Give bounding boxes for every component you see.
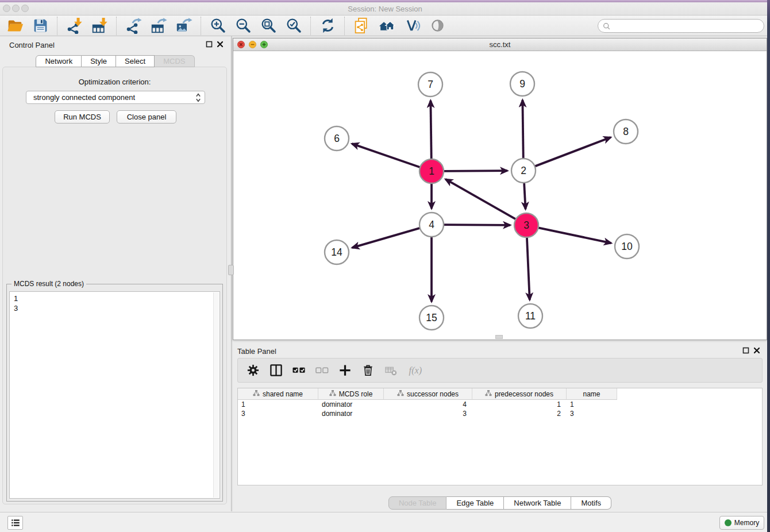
criterion-select[interactable]: strongly connected component xyxy=(26,91,205,104)
export-table-button[interactable] xyxy=(147,16,170,36)
cell-mcds-role[interactable]: dominator xyxy=(318,400,384,409)
column-header-mcds-role[interactable]: MCDS role xyxy=(318,388,384,400)
hierarchy-icon xyxy=(485,390,492,396)
graph-edge-4-3[interactable] xyxy=(443,225,510,225)
export-image-button[interactable] xyxy=(172,16,195,36)
vizmapper-button[interactable] xyxy=(401,16,424,36)
tab-network[interactable]: Network xyxy=(36,55,82,67)
tab-network-table[interactable]: Network Table xyxy=(504,496,571,510)
column-header-successor-nodes[interactable]: successor nodes xyxy=(384,388,472,400)
column-header-shared-name[interactable]: shared name xyxy=(238,388,318,400)
control-panel: Control Panel NetworkStyleSelectMCDS Opt… xyxy=(0,36,230,511)
table-panel-header: Table Panel xyxy=(233,342,767,356)
delete-button[interactable] xyxy=(361,364,375,377)
window-zoom-button[interactable] xyxy=(21,5,29,12)
column-header-predecessor-nodes[interactable]: predecessor nodes xyxy=(472,388,567,400)
graph-edge-3-10[interactable] xyxy=(538,228,611,243)
cell-name[interactable]: 1 xyxy=(567,400,617,409)
zoom-fit-button[interactable] xyxy=(257,16,280,36)
close-panel-button[interactable]: Close panel xyxy=(117,110,176,124)
zoom-selected-button[interactable] xyxy=(282,16,305,36)
cell-successor-nodes[interactable]: 3 xyxy=(384,409,472,418)
show-hide-graphics-button[interactable] xyxy=(426,16,449,36)
save-button[interactable] xyxy=(29,16,52,36)
show-hide-graphics-icon xyxy=(429,17,446,34)
tab-style[interactable]: Style xyxy=(82,55,116,67)
cell-successor-nodes[interactable]: 4 xyxy=(384,400,472,409)
tab-node-table[interactable]: Node Table xyxy=(388,496,447,510)
graph-edge-3-1[interactable] xyxy=(445,179,516,219)
cell-shared-name[interactable]: 1 xyxy=(238,400,318,409)
hierarchy-icon-holder xyxy=(329,390,336,398)
cell-predecessor-nodes[interactable]: 2 xyxy=(472,409,567,418)
clone-network-button[interactable] xyxy=(350,16,373,36)
graph-edge-2-8[interactable] xyxy=(534,137,611,167)
tab-mcds[interactable]: MCDS xyxy=(155,55,194,67)
graph-edge-4-14[interactable] xyxy=(352,228,421,248)
float-table-panel-icon[interactable] xyxy=(742,347,749,354)
control-panel-header: Control Panel xyxy=(0,36,230,53)
task-history-button[interactable] xyxy=(7,516,23,530)
cell-name[interactable]: 3 xyxy=(567,409,617,418)
window-minimize-button[interactable] xyxy=(12,5,20,12)
toolbar-separator xyxy=(344,17,345,35)
export-network-button[interactable] xyxy=(122,16,145,36)
open-button[interactable] xyxy=(3,16,26,36)
window-titlebar[interactable]: Session: New Session xyxy=(0,0,770,16)
cell-shared-name[interactable]: 3 xyxy=(238,409,318,418)
window-close-button[interactable] xyxy=(3,5,10,12)
run-mcds-button[interactable]: Run MCDS xyxy=(55,110,110,124)
refresh-icon xyxy=(319,17,336,34)
add-button[interactable] xyxy=(338,364,352,377)
unselect-all-icon xyxy=(315,364,329,377)
graph-edge-2-9[interactable] xyxy=(522,100,523,159)
hierarchy-icon xyxy=(329,390,336,396)
tab-edge-table[interactable]: Edge Table xyxy=(446,496,504,510)
column-header-label: predecessor nodes xyxy=(495,390,553,398)
search-input[interactable] xyxy=(613,20,760,32)
splitter-handle[interactable] xyxy=(228,265,234,275)
graph-node-label-9: 9 xyxy=(519,78,525,90)
network-window-titlebar[interactable]: scc.txt xyxy=(233,38,767,51)
graph-edge-1-2[interactable] xyxy=(443,171,507,171)
cell-predecessor-nodes[interactable]: 1 xyxy=(472,400,567,409)
mcds-result-area[interactable]: 1 3 xyxy=(9,291,220,499)
status-bar: Memory xyxy=(0,512,770,532)
columns-button[interactable] xyxy=(270,364,283,377)
column-header-label: successor nodes xyxy=(407,390,459,398)
frame-minimize-icon[interactable] xyxy=(249,41,256,48)
memory-button[interactable]: Memory xyxy=(719,516,764,530)
import-table-button[interactable] xyxy=(88,16,111,36)
table-row[interactable]: 1dominator411 xyxy=(238,400,762,409)
toolbar-separator xyxy=(116,17,117,35)
criterion-select-value: strongly connected component xyxy=(33,93,135,102)
unselect-all-button[interactable] xyxy=(315,364,329,377)
home-icon xyxy=(379,17,395,34)
network-canvas[interactable]: 7968124314101511 xyxy=(233,51,767,340)
graph-edge-1-7[interactable] xyxy=(430,101,431,160)
gear-button[interactable] xyxy=(247,364,260,377)
zoom-out-button[interactable] xyxy=(232,16,255,36)
zoom-fit-icon xyxy=(260,17,277,34)
tab-select[interactable]: Select xyxy=(116,55,155,67)
home-button[interactable] xyxy=(375,16,398,36)
tab-motifs[interactable]: Motifs xyxy=(571,496,611,510)
result-scrollbar[interactable] xyxy=(213,292,219,498)
refresh-button[interactable] xyxy=(316,16,339,36)
close-panel-icon[interactable] xyxy=(217,41,224,48)
zoom-in-button[interactable] xyxy=(206,16,229,36)
window-resize-handle[interactable] xyxy=(495,335,503,339)
graph-edge-1-6[interactable] xyxy=(352,144,421,167)
graph-edge-3-11[interactable] xyxy=(527,237,530,300)
graph-edge-2-3[interactable] xyxy=(524,182,525,209)
select-all-button[interactable] xyxy=(292,364,306,377)
frame-zoom-icon[interactable] xyxy=(260,41,268,48)
table-row[interactable]: 3dominator323 xyxy=(238,409,762,418)
cell-mcds-role[interactable]: dominator xyxy=(318,409,384,418)
column-header-name[interactable]: name xyxy=(567,388,617,400)
frame-close-icon[interactable] xyxy=(237,41,245,48)
close-table-panel-icon[interactable] xyxy=(753,347,760,354)
float-panel-icon[interactable] xyxy=(206,41,213,48)
toolbar-separator xyxy=(310,17,311,35)
import-network-button[interactable] xyxy=(63,16,86,36)
